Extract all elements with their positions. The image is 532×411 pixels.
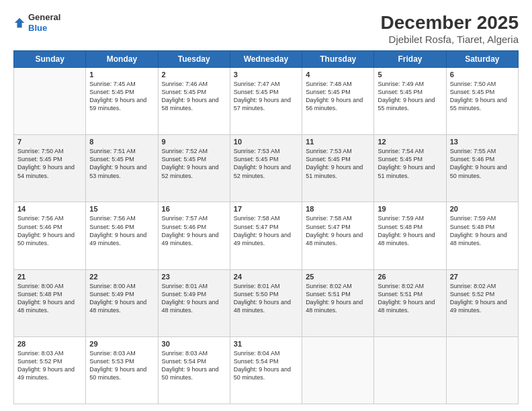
day-info: Sunrise: 7:51 AM Sunset: 5:45 PM Dayligh…	[89, 147, 154, 180]
day-info: Sunrise: 7:56 AM Sunset: 5:46 PM Dayligh…	[89, 214, 154, 247]
day-number: 5	[378, 71, 442, 79]
table-row: 4Sunrise: 7:48 AM Sunset: 5:45 PM Daylig…	[302, 68, 374, 135]
day-info: Sunrise: 7:50 AM Sunset: 5:45 PM Dayligh…	[17, 147, 82, 180]
table-row: 8Sunrise: 7:51 AM Sunset: 5:45 PM Daylig…	[86, 135, 158, 202]
table-row	[446, 336, 518, 404]
table-row: 29Sunrise: 8:03 AM Sunset: 5:53 PM Dayli…	[86, 336, 158, 404]
day-number: 6	[450, 71, 515, 79]
day-info: Sunrise: 7:53 AM Sunset: 5:45 PM Dayligh…	[234, 147, 298, 180]
day-info: Sunrise: 7:54 AM Sunset: 5:45 PM Dayligh…	[378, 147, 442, 180]
calendar-week-row: 7Sunrise: 7:50 AM Sunset: 5:45 PM Daylig…	[14, 135, 519, 202]
day-info: Sunrise: 8:01 AM Sunset: 5:50 PM Dayligh…	[234, 282, 298, 315]
day-info: Sunrise: 8:03 AM Sunset: 5:54 PM Dayligh…	[162, 349, 226, 382]
col-wednesday: Wednesday	[230, 51, 302, 68]
table-row: 25Sunrise: 8:02 AM Sunset: 5:51 PM Dayli…	[302, 269, 374, 336]
table-row: 30Sunrise: 8:03 AM Sunset: 5:54 PM Dayli…	[158, 336, 230, 404]
day-number: 22	[89, 273, 154, 281]
table-row: 26Sunrise: 8:02 AM Sunset: 5:51 PM Dayli…	[374, 269, 446, 336]
table-row: 14Sunrise: 7:56 AM Sunset: 5:46 PM Dayli…	[14, 202, 86, 269]
calendar-header-row: Sunday Monday Tuesday Wednesday Thursday…	[14, 51, 519, 68]
day-number: 9	[162, 138, 226, 146]
day-number: 17	[234, 205, 298, 213]
table-row: 12Sunrise: 7:54 AM Sunset: 5:45 PM Dayli…	[374, 135, 446, 202]
col-friday: Friday	[374, 51, 446, 68]
day-number: 24	[234, 273, 298, 281]
calendar-week-row: 21Sunrise: 8:00 AM Sunset: 5:48 PM Dayli…	[14, 269, 519, 336]
table-row	[374, 336, 446, 404]
table-row: 3Sunrise: 7:47 AM Sunset: 5:45 PM Daylig…	[230, 68, 302, 135]
col-thursday: Thursday	[302, 51, 374, 68]
day-info: Sunrise: 7:48 AM Sunset: 5:45 PM Dayligh…	[306, 80, 370, 113]
table-row	[14, 68, 86, 135]
day-info: Sunrise: 8:02 AM Sunset: 5:51 PM Dayligh…	[378, 282, 442, 315]
table-row: 28Sunrise: 8:03 AM Sunset: 5:52 PM Dayli…	[14, 336, 86, 404]
day-info: Sunrise: 7:45 AM Sunset: 5:45 PM Dayligh…	[89, 80, 154, 113]
day-number: 4	[306, 71, 370, 79]
table-row: 23Sunrise: 8:01 AM Sunset: 5:49 PM Dayli…	[158, 269, 230, 336]
day-number: 8	[89, 138, 154, 146]
day-info: Sunrise: 7:53 AM Sunset: 5:45 PM Dayligh…	[306, 147, 370, 180]
table-row: 6Sunrise: 7:50 AM Sunset: 5:45 PM Daylig…	[446, 68, 518, 135]
page-subtitle: Djebilet Rosfa, Tiaret, Algeria	[381, 34, 519, 45]
logo-blue: Blue	[28, 23, 60, 34]
col-monday: Monday	[86, 51, 158, 68]
table-row: 21Sunrise: 8:00 AM Sunset: 5:48 PM Dayli…	[14, 269, 86, 336]
table-row: 10Sunrise: 7:53 AM Sunset: 5:45 PM Dayli…	[230, 135, 302, 202]
page-title: December 2025	[381, 12, 519, 34]
day-info: Sunrise: 7:58 AM Sunset: 5:47 PM Dayligh…	[306, 214, 370, 247]
table-row: 31Sunrise: 8:04 AM Sunset: 5:54 PM Dayli…	[230, 336, 302, 404]
table-row	[302, 336, 374, 404]
table-row: 16Sunrise: 7:57 AM Sunset: 5:46 PM Dayli…	[158, 202, 230, 269]
table-row: 27Sunrise: 8:02 AM Sunset: 5:52 PM Dayli…	[446, 269, 518, 336]
calendar-week-row: 28Sunrise: 8:03 AM Sunset: 5:52 PM Dayli…	[14, 336, 519, 404]
day-number: 19	[378, 205, 442, 213]
day-number: 18	[306, 205, 370, 213]
table-row: 5Sunrise: 7:49 AM Sunset: 5:45 PM Daylig…	[374, 68, 446, 135]
day-number: 3	[234, 71, 298, 79]
day-info: Sunrise: 8:00 AM Sunset: 5:49 PM Dayligh…	[89, 282, 154, 315]
calendar-week-row: 1Sunrise: 7:45 AM Sunset: 5:45 PM Daylig…	[14, 68, 519, 135]
table-row: 1Sunrise: 7:45 AM Sunset: 5:45 PM Daylig…	[86, 68, 158, 135]
logo-general: General	[28, 12, 60, 23]
day-number: 12	[378, 138, 442, 146]
day-info: Sunrise: 7:52 AM Sunset: 5:45 PM Dayligh…	[162, 147, 226, 180]
day-info: Sunrise: 8:02 AM Sunset: 5:51 PM Dayligh…	[306, 282, 370, 315]
table-row: 24Sunrise: 8:01 AM Sunset: 5:50 PM Dayli…	[230, 269, 302, 336]
page: General Blue December 2025 Djebilet Rosf…	[0, 0, 532, 411]
day-info: Sunrise: 7:47 AM Sunset: 5:45 PM Dayligh…	[234, 80, 298, 113]
logo: General Blue	[13, 12, 60, 33]
header: General Blue December 2025 Djebilet Rosf…	[13, 12, 519, 45]
day-number: 29	[89, 340, 154, 348]
day-number: 16	[162, 205, 226, 213]
day-info: Sunrise: 7:49 AM Sunset: 5:45 PM Dayligh…	[378, 80, 442, 113]
day-info: Sunrise: 8:02 AM Sunset: 5:52 PM Dayligh…	[450, 282, 515, 315]
table-row: 17Sunrise: 7:58 AM Sunset: 5:47 PM Dayli…	[230, 202, 302, 269]
day-number: 7	[17, 138, 82, 146]
table-row: 9Sunrise: 7:52 AM Sunset: 5:45 PM Daylig…	[158, 135, 230, 202]
col-saturday: Saturday	[446, 51, 518, 68]
day-number: 13	[450, 138, 515, 146]
title-block: December 2025 Djebilet Rosfa, Tiaret, Al…	[381, 12, 519, 45]
table-row: 7Sunrise: 7:50 AM Sunset: 5:45 PM Daylig…	[14, 135, 86, 202]
day-number: 21	[17, 273, 82, 281]
day-info: Sunrise: 7:50 AM Sunset: 5:45 PM Dayligh…	[450, 80, 515, 113]
calendar-table: Sunday Monday Tuesday Wednesday Thursday…	[13, 50, 519, 404]
day-info: Sunrise: 8:03 AM Sunset: 5:52 PM Dayligh…	[17, 349, 82, 382]
logo-icon	[13, 17, 26, 29]
day-info: Sunrise: 7:55 AM Sunset: 5:46 PM Dayligh…	[450, 147, 515, 180]
day-number: 30	[162, 340, 226, 348]
day-info: Sunrise: 8:04 AM Sunset: 5:54 PM Dayligh…	[234, 349, 298, 382]
day-info: Sunrise: 7:59 AM Sunset: 5:48 PM Dayligh…	[378, 214, 442, 247]
table-row: 20Sunrise: 7:59 AM Sunset: 5:48 PM Dayli…	[446, 202, 518, 269]
table-row: 19Sunrise: 7:59 AM Sunset: 5:48 PM Dayli…	[374, 202, 446, 269]
day-info: Sunrise: 7:46 AM Sunset: 5:45 PM Dayligh…	[162, 80, 226, 113]
day-info: Sunrise: 7:56 AM Sunset: 5:46 PM Dayligh…	[17, 214, 82, 247]
table-row: 15Sunrise: 7:56 AM Sunset: 5:46 PM Dayli…	[86, 202, 158, 269]
day-number: 31	[234, 340, 298, 348]
logo-text: General Blue	[28, 12, 60, 33]
day-info: Sunrise: 7:57 AM Sunset: 5:46 PM Dayligh…	[162, 214, 226, 247]
svg-marker-0	[15, 17, 24, 27]
table-row: 18Sunrise: 7:58 AM Sunset: 5:47 PM Dayli…	[302, 202, 374, 269]
col-sunday: Sunday	[14, 51, 86, 68]
day-number: 25	[306, 273, 370, 281]
